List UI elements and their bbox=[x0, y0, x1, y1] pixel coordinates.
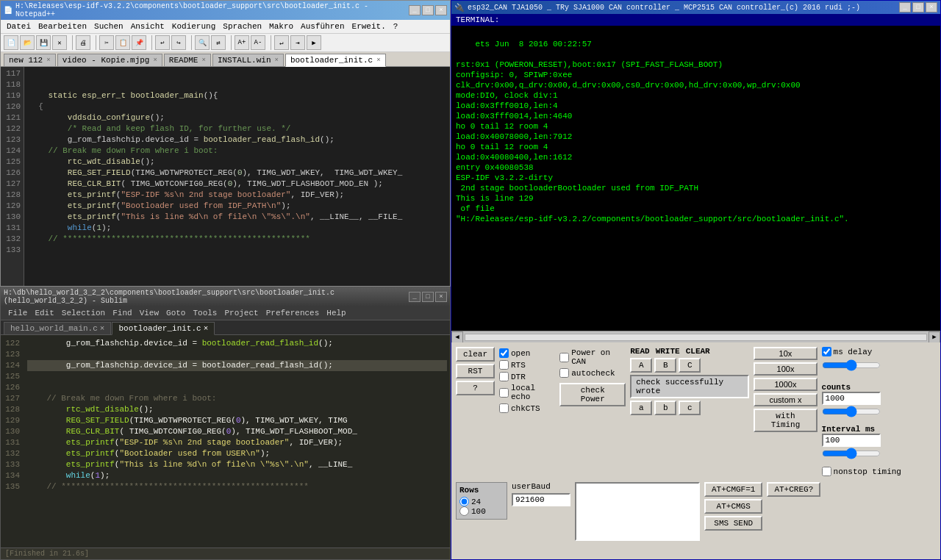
baud-input[interactable] bbox=[512, 493, 570, 506]
tb-zoom-in[interactable]: A+ bbox=[235, 35, 249, 50]
rts-checkbox[interactable] bbox=[499, 360, 509, 370]
ms-delay-checkbox[interactable] bbox=[822, 347, 831, 356]
read-c2-button[interactable]: c bbox=[679, 401, 701, 415]
smenu-tools[interactable]: Tools bbox=[190, 308, 220, 318]
open-checkbox[interactable] bbox=[499, 348, 509, 358]
scroll-right[interactable]: ▶ bbox=[929, 331, 940, 343]
tb-cut[interactable]: ✂ bbox=[99, 35, 114, 50]
smenu-help[interactable]: Help bbox=[323, 308, 348, 318]
powercan-checkbox[interactable] bbox=[559, 353, 569, 362]
minimize-button[interactable]: _ bbox=[409, 5, 421, 15]
tab-install[interactable]: INSTALL.win × bbox=[212, 54, 284, 66]
speed-custom-button[interactable]: custom x bbox=[754, 393, 817, 406]
stab-hello[interactable]: hello_world_main.c × bbox=[4, 322, 111, 334]
tb-save[interactable]: 💾 bbox=[36, 35, 51, 50]
sublime-code-area[interactable]: 122 123 124 125 126 127 128 129 130 131 … bbox=[1, 335, 450, 548]
sublime-minimize[interactable]: _ bbox=[409, 292, 421, 302]
at-cmgf-button[interactable]: AT+CMGF=1 bbox=[704, 482, 762, 497]
sublime-code-content[interactable]: g_rom_flashchip.device_id = bootloader_r… bbox=[24, 337, 450, 546]
interval-slider[interactable] bbox=[822, 448, 881, 459]
speed-100x-button[interactable]: 100x bbox=[754, 362, 817, 376]
terminal-maximize[interactable]: □ bbox=[912, 2, 924, 12]
tab-bootloader-close[interactable]: × bbox=[376, 57, 380, 64]
notepad-code-content[interactable]: static esp_err_t bootloader_main(){ { vd… bbox=[24, 67, 450, 286]
speed-10x-button[interactable]: 10x bbox=[754, 347, 817, 360]
terminal-close[interactable]: × bbox=[926, 2, 937, 12]
stab-bootloader[interactable]: bootloader_init.c × bbox=[112, 322, 215, 335]
smenu-selection[interactable]: Selection bbox=[59, 308, 108, 318]
tb-copy[interactable]: 📋 bbox=[115, 35, 130, 50]
sms-send-button[interactable]: SMS SEND bbox=[704, 516, 762, 531]
question-button[interactable]: ? bbox=[456, 381, 495, 395]
menu-erweit[interactable]: Erweit. bbox=[349, 21, 389, 32]
check-power-button[interactable]: check Power bbox=[559, 383, 626, 406]
localecho-checkbox[interactable] bbox=[499, 388, 509, 398]
read-b2-button[interactable]: b bbox=[654, 401, 676, 415]
terminal-scrollbar[interactable]: ◀ ▶ bbox=[451, 331, 940, 342]
at-creg-button[interactable]: AT+CREG? bbox=[767, 482, 820, 497]
tb-wrap[interactable]: ↵ bbox=[274, 35, 289, 50]
tb-redo[interactable]: ↪ bbox=[171, 35, 186, 50]
counts-slider[interactable] bbox=[822, 406, 881, 417]
tab-video[interactable]: video - Kopie.mjpg × bbox=[57, 54, 162, 66]
tab-new112-close[interactable]: × bbox=[46, 57, 50, 64]
tb-macro[interactable]: ▶ bbox=[307, 35, 321, 50]
smenu-edit[interactable]: Edit bbox=[32, 308, 57, 318]
read-a-button[interactable]: A bbox=[630, 358, 652, 373]
rst-button[interactable]: RST bbox=[456, 364, 495, 378]
notepad-code-area[interactable]: 117 118 119 120 121 122 123 124 125 126 … bbox=[1, 67, 450, 286]
sublime-close[interactable]: × bbox=[435, 292, 447, 302]
smenu-goto[interactable]: Goto bbox=[163, 308, 188, 318]
autocheck-checkbox[interactable] bbox=[559, 368, 569, 378]
menu-ansicht[interactable]: Ansicht bbox=[128, 21, 168, 32]
tab-bootloader[interactable]: bootloader_init.c × bbox=[285, 54, 386, 67]
menu-datei[interactable]: Datei bbox=[4, 21, 34, 32]
nonstop-checkbox[interactable] bbox=[822, 467, 831, 476]
menu-makro[interactable]: Makro bbox=[266, 21, 296, 32]
smenu-view[interactable]: View bbox=[137, 308, 162, 318]
read-b-button[interactable]: B bbox=[654, 358, 676, 373]
tb-open[interactable]: 📂 bbox=[20, 35, 35, 50]
menu-bearbeiten[interactable]: Bearbeiten bbox=[35, 21, 90, 32]
menu-kodierung[interactable]: Kodierung bbox=[169, 21, 218, 32]
tab-readme-close[interactable]: × bbox=[201, 57, 205, 64]
stab-hello-close[interactable]: × bbox=[100, 324, 105, 333]
tab-readme[interactable]: README × bbox=[164, 54, 211, 66]
ms-delay-slider[interactable] bbox=[822, 360, 881, 370]
smenu-file[interactable]: File bbox=[5, 308, 30, 318]
counts-input[interactable] bbox=[822, 392, 881, 405]
clear-button[interactable]: clear bbox=[456, 347, 495, 362]
speed-1000x-button[interactable]: 1000x bbox=[754, 378, 817, 391]
maximize-button[interactable]: □ bbox=[422, 5, 434, 15]
read-a2-button[interactable]: a bbox=[630, 401, 652, 415]
tb-indent[interactable]: ⇥ bbox=[290, 35, 305, 50]
tab-new112[interactable]: new 112 × bbox=[4, 54, 56, 66]
stab-bootloader-close[interactable]: × bbox=[204, 324, 209, 333]
scroll-track[interactable] bbox=[465, 334, 927, 341]
read-c-button[interactable]: C bbox=[679, 358, 701, 373]
menu-ausfuhren[interactable]: Ausführen bbox=[298, 21, 347, 32]
tb-find[interactable]: 🔍 bbox=[195, 35, 210, 50]
tb-new[interactable]: 📄 bbox=[4, 35, 18, 50]
smenu-project[interactable]: Project bbox=[221, 308, 261, 318]
tb-zoom-out[interactable]: A- bbox=[251, 35, 265, 50]
tab-video-close[interactable]: × bbox=[153, 57, 157, 64]
menu-question[interactable]: ? bbox=[390, 21, 401, 32]
smenu-find[interactable]: Find bbox=[110, 308, 135, 318]
terminal-minimize[interactable]: _ bbox=[899, 2, 911, 12]
close-button[interactable]: × bbox=[435, 5, 447, 15]
serial-textarea[interactable] bbox=[575, 482, 700, 541]
tb-undo[interactable]: ↩ bbox=[155, 35, 170, 50]
with-timing-button[interactable]: with Timing bbox=[754, 409, 817, 432]
menu-sprachen[interactable]: Sprachen bbox=[220, 21, 265, 32]
smenu-preferences[interactable]: Preferences bbox=[263, 308, 323, 318]
sublime-maximize[interactable]: □ bbox=[422, 292, 434, 302]
tab-install-close[interactable]: × bbox=[275, 57, 279, 64]
scroll-left[interactable]: ◀ bbox=[451, 331, 463, 343]
interval-input[interactable] bbox=[822, 434, 881, 447]
dtr-checkbox[interactable] bbox=[499, 372, 509, 381]
tb-close[interactable]: ✕ bbox=[52, 35, 67, 50]
menu-suchen[interactable]: Suchen bbox=[91, 21, 126, 32]
row-100-radio[interactable] bbox=[459, 506, 469, 516]
tb-replace[interactable]: ⇄ bbox=[211, 35, 226, 50]
